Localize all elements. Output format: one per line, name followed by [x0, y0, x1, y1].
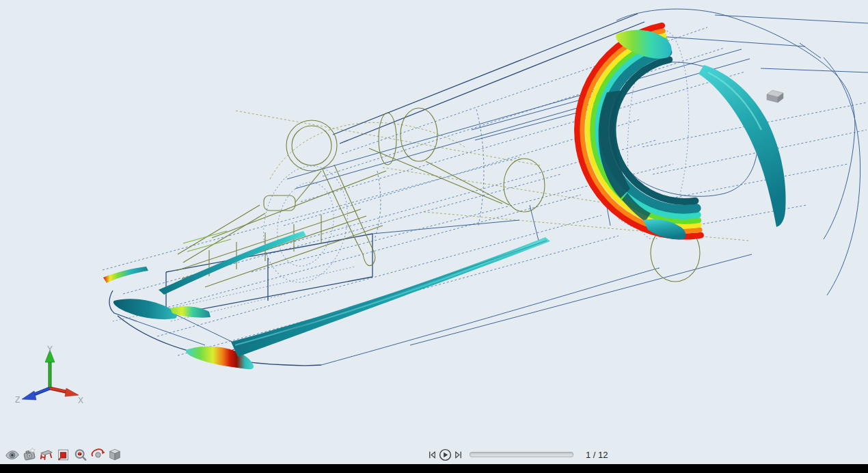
gray-box-marker [767, 90, 783, 103]
red-page-button[interactable] [55, 446, 72, 464]
skip-to-start-button[interactable] [427, 446, 437, 463]
eye-icon [5, 447, 20, 463]
model-viewport[interactable]: Y Z X [0, 0, 868, 464]
playback-controls: 1 / 12 [426, 446, 608, 463]
skip-to-start-icon [427, 450, 437, 460]
workbench-button[interactable] [38, 446, 55, 464]
axis-label-y: Y [47, 344, 53, 354]
toolbar [4, 446, 123, 464]
skip-to-end-icon [453, 450, 463, 460]
workbench-icon [39, 447, 54, 463]
play-button[interactable] [439, 446, 452, 463]
axis-label-z: Z [15, 395, 20, 405]
cube-view-button[interactable] [107, 446, 123, 464]
cube-view-icon [107, 447, 122, 463]
camera-button[interactable] [21, 446, 38, 464]
zoom-magnifier-icon [73, 447, 88, 463]
play-icon [439, 448, 452, 461]
rotate-model-icon [90, 447, 105, 463]
zoom-magnifier-button[interactable] [72, 446, 89, 464]
eye-button[interactable] [4, 446, 21, 464]
axis-triad: Y Z X [15, 344, 83, 405]
composer-player-window: Y Z X [0, 0, 868, 473]
isosurface-ring [578, 25, 786, 239]
axis-label-x: X [78, 396, 83, 405]
skip-to-end-button[interactable] [453, 446, 463, 463]
animation-slider[interactable] [470, 452, 573, 457]
red-page-icon [56, 447, 71, 463]
window-bottom-bar [0, 464, 868, 473]
frame-counter: 1 / 12 [586, 450, 608, 460]
rotate-model-button[interactable] [90, 446, 106, 464]
camera-icon [22, 447, 37, 463]
